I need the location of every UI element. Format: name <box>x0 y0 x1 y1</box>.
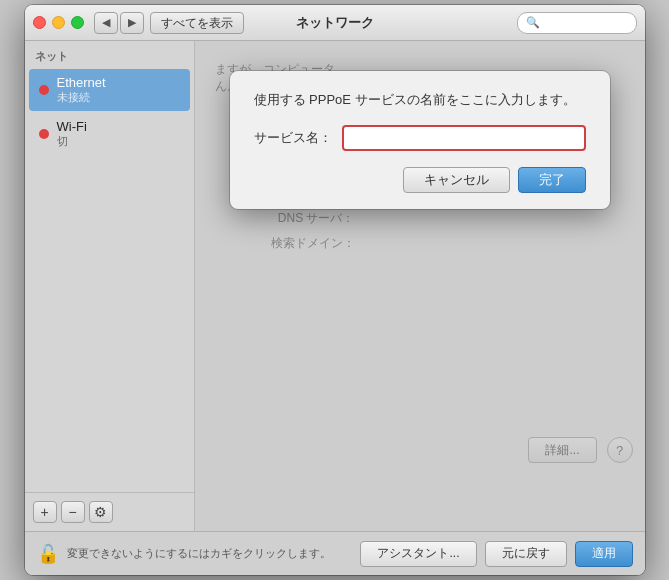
lock-icon[interactable]: 🔓 <box>37 543 59 565</box>
search-box[interactable]: 🔍 <box>517 12 637 34</box>
wifi-name: Wi-Fi <box>57 119 87 134</box>
modal-field-row: サービス名： <box>254 125 586 151</box>
search-icon: 🔍 <box>526 16 540 29</box>
show-all-button[interactable]: すべてを表示 <box>150 12 244 34</box>
close-button[interactable] <box>33 16 46 29</box>
sidebar-header: ネット <box>25 41 194 68</box>
maximize-button[interactable] <box>71 16 84 29</box>
gear-button[interactable]: ⚙ <box>89 501 113 523</box>
sidebar-footer: + − ⚙ <box>25 492 194 531</box>
minimize-button[interactable] <box>52 16 65 29</box>
modal-overlay: 使用する PPPoE サービスの名前をここに入力します。 サービス名： キャンセ… <box>195 41 645 531</box>
sidebar: ネット Ethernet 未接続 Wi-Fi 切 + − ⚙ <box>25 41 195 531</box>
window-title: ネットワーク <box>296 14 374 32</box>
main-content: ますが、コンピュータん。 IPv4 の構成： DHCP サーバを使用 手入力 B… <box>195 41 645 531</box>
titlebar: ◀ ▶ すべてを表示 ネットワーク 🔍 <box>25 5 645 41</box>
ethernet-name: Ethernet <box>57 75 106 90</box>
apply-button[interactable]: 適用 <box>575 541 633 567</box>
lock-area: 🔓 変更できないようにするにはカギをクリックします。 <box>37 543 331 565</box>
bottom-bar: 🔓 変更できないようにするにはカギをクリックします。 アシスタント... 元に戻… <box>25 531 645 575</box>
lock-text: 変更できないようにするにはカギをクリックします。 <box>67 546 331 561</box>
back-button[interactable]: ◀ <box>94 12 118 34</box>
ethernet-status: 未接続 <box>57 90 106 105</box>
service-name-input[interactable] <box>342 125 586 151</box>
forward-button[interactable]: ▶ <box>120 12 144 34</box>
modal-cancel-button[interactable]: キャンセル <box>403 167 510 193</box>
sidebar-item-ethernet[interactable]: Ethernet 未接続 <box>29 69 190 111</box>
wifi-status: 切 <box>57 134 87 149</box>
revert-button[interactable]: 元に戻す <box>485 541 567 567</box>
add-service-button[interactable]: + <box>33 501 57 523</box>
nav-buttons: ◀ ▶ <box>94 12 144 34</box>
modal-done-button[interactable]: 完了 <box>518 167 586 193</box>
status-dot-ethernet <box>39 85 49 95</box>
modal-description: 使用する PPPoE サービスの名前をここに入力します。 <box>254 91 586 109</box>
main-window: ◀ ▶ すべてを表示 ネットワーク 🔍 ネット Ethernet 未接続 Wi- <box>25 5 645 575</box>
pppoe-modal: 使用する PPPoE サービスの名前をここに入力します。 サービス名： キャンセ… <box>230 71 610 209</box>
assistant-button[interactable]: アシスタント... <box>360 541 476 567</box>
modal-field-label: サービス名： <box>254 129 332 147</box>
wifi-info: Wi-Fi 切 <box>57 119 87 149</box>
sidebar-item-wifi[interactable]: Wi-Fi 切 <box>29 113 190 155</box>
ethernet-info: Ethernet 未接続 <box>57 75 106 105</box>
remove-service-button[interactable]: − <box>61 501 85 523</box>
gear-icon: ⚙ <box>94 504 107 520</box>
bottom-buttons: アシスタント... 元に戻す 適用 <box>360 541 632 567</box>
traffic-lights <box>33 16 84 29</box>
modal-buttons: キャンセル 完了 <box>254 167 586 193</box>
status-dot-wifi <box>39 129 49 139</box>
content-area: ネット Ethernet 未接続 Wi-Fi 切 + − ⚙ <box>25 41 645 531</box>
